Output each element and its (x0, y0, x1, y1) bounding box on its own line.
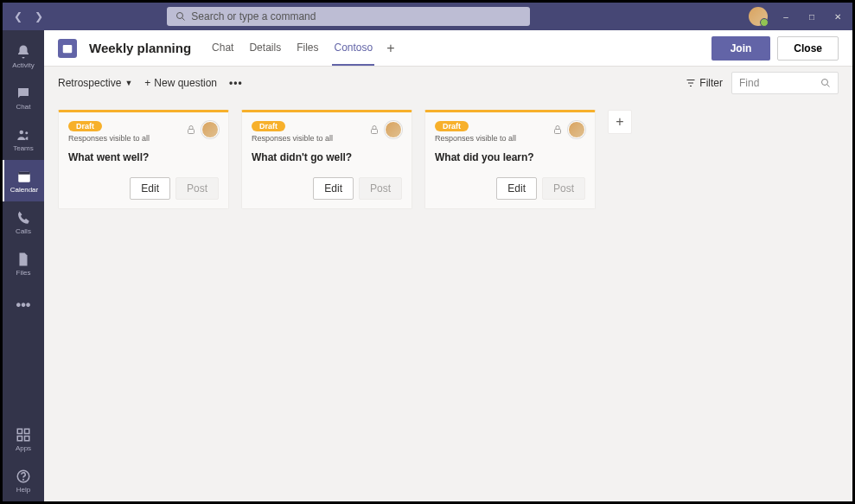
phone-icon (16, 210, 31, 226)
help-icon (16, 469, 31, 484)
rail-activity[interactable]: Activity (3, 35, 44, 77)
window-minimize-button[interactable]: – (778, 9, 794, 24)
nav-back-button[interactable]: ❮ (10, 8, 27, 25)
svg-rect-16 (372, 130, 378, 134)
dropdown-label: Retrospective (58, 77, 121, 89)
lock-icon (186, 124, 196, 135)
svg-point-2 (20, 130, 24, 134)
edit-button[interactable]: Edit (313, 177, 354, 200)
rail-teams[interactable]: Teams (3, 118, 44, 160)
question-card: Draft Responses visible to all What did … (424, 110, 596, 209)
draft-badge: Draft (68, 121, 102, 131)
nav-forward-button[interactable]: ❯ (30, 8, 48, 25)
svg-rect-6 (17, 429, 22, 433)
svg-rect-8 (17, 436, 22, 440)
rail-label: Apps (16, 444, 31, 452)
tab-details[interactable]: Details (247, 31, 283, 66)
calendar-icon (16, 169, 32, 184)
rail-calls[interactable]: Calls (3, 201, 44, 243)
search-input[interactable]: Search or type a command (167, 7, 530, 26)
titlebar: ❮ ❯ Search or type a command – □ ✕ (3, 3, 852, 30)
tabbar: Weekly planning Chat Details Files Conto… (44, 30, 852, 67)
svg-rect-12 (63, 44, 73, 52)
teams-icon (16, 127, 31, 143)
close-button[interactable]: Close (777, 36, 839, 61)
add-card-button[interactable]: + (608, 110, 632, 134)
search-icon (820, 78, 831, 88)
svg-rect-9 (25, 436, 29, 440)
svg-point-13 (822, 80, 828, 86)
svg-point-0 (177, 13, 183, 19)
rail-calendar[interactable]: Calendar (3, 160, 44, 201)
svg-line-14 (827, 85, 830, 87)
filter-icon (686, 78, 696, 88)
svg-point-3 (25, 131, 28, 134)
card-subtitle: Responses visible to all (252, 134, 333, 143)
rail-chat[interactable]: Chat (3, 77, 44, 118)
apps-icon (16, 427, 31, 443)
search-icon (175, 11, 186, 22)
card-question: What did you learn? (435, 151, 585, 163)
draft-badge: Draft (435, 121, 469, 131)
rail-label: Activity (12, 61, 34, 69)
svg-rect-7 (25, 429, 29, 433)
window-close-button[interactable]: ✕ (830, 9, 845, 24)
chevron-down-icon: ▼ (124, 79, 132, 87)
tab-chat[interactable]: Chat (210, 31, 235, 66)
svg-line-1 (182, 18, 185, 21)
new-question-label: New question (154, 77, 217, 89)
rail-label: Chat (16, 103, 31, 111)
board: Draft Responses visible to all What went… (44, 99, 852, 501)
post-button[interactable]: Post (542, 177, 585, 200)
card-question: What went well? (68, 151, 219, 163)
rail-label: Calls (16, 227, 31, 235)
tab-contoso[interactable]: Contoso (332, 31, 374, 66)
user-avatar[interactable] (749, 7, 768, 26)
card-subtitle: Responses visible to all (435, 134, 516, 143)
join-button[interactable]: Join (711, 36, 771, 61)
rail-label: Help (16, 486, 30, 494)
draft-badge: Draft (252, 121, 285, 131)
rail-files[interactable]: Files (3, 243, 44, 284)
more-options-button[interactable]: ••• (229, 77, 243, 89)
question-card: Draft Responses visible to all What went… (58, 110, 229, 209)
author-avatar (385, 121, 402, 138)
new-question-button[interactable]: + New question (144, 77, 217, 89)
rail-label: Files (16, 269, 31, 277)
author-avatar (568, 121, 585, 138)
chat-icon (16, 86, 31, 101)
svg-rect-5 (18, 171, 30, 174)
meeting-icon (58, 39, 77, 58)
toolbar: Retrospective ▼ + New question ••• Filte… (44, 67, 852, 99)
window-maximize-button[interactable]: □ (804, 9, 820, 24)
page-title: Weekly planning (89, 41, 191, 55)
edit-button[interactable]: Edit (130, 177, 170, 200)
svg-point-11 (23, 479, 24, 480)
file-icon (16, 252, 31, 267)
question-card: Draft Responses visible to all What didn… (241, 110, 412, 209)
find-input[interactable]: Find (731, 72, 839, 94)
retrospective-dropdown[interactable]: Retrospective ▼ (58, 77, 132, 89)
find-placeholder: Find (739, 77, 820, 89)
tab-files[interactable]: Files (295, 31, 320, 66)
lock-icon (369, 124, 380, 135)
author-avatar (201, 121, 219, 138)
add-tab-button[interactable]: + (386, 41, 394, 56)
card-subtitle: Responses visible to all (68, 134, 150, 143)
edit-button[interactable]: Edit (496, 177, 537, 200)
rail-more[interactable]: ••• (3, 284, 44, 326)
search-placeholder: Search or type a command (191, 10, 316, 22)
filter-button[interactable]: Filter (686, 77, 723, 89)
rail-help[interactable]: Help (3, 460, 44, 501)
plus-icon: + (144, 77, 150, 89)
rail-apps[interactable]: Apps (3, 418, 44, 460)
bell-icon (16, 44, 31, 60)
filter-label: Filter (699, 77, 723, 89)
lock-icon (552, 124, 563, 135)
post-button[interactable]: Post (175, 177, 219, 200)
rail-label: Teams (13, 144, 34, 152)
post-button[interactable]: Post (359, 177, 402, 200)
card-question: What didn't go well? (252, 151, 402, 163)
app-rail: Activity Chat Teams Calendar Calls Files (3, 30, 44, 501)
rail-label: Calendar (10, 186, 38, 194)
